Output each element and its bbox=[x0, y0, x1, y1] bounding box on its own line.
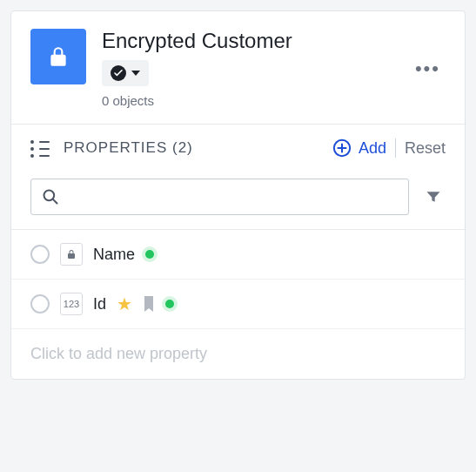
search-icon bbox=[42, 188, 59, 206]
vertical-divider bbox=[395, 138, 396, 158]
property-row[interactable]: Name bbox=[11, 230, 465, 280]
add-property-button[interactable]: Add bbox=[332, 138, 386, 158]
add-new-property-row[interactable]: Click to add new property bbox=[11, 329, 465, 379]
plus-circle-icon bbox=[332, 138, 352, 158]
lock-icon bbox=[66, 248, 77, 260]
object-icon bbox=[30, 29, 86, 84]
status-dropdown[interactable] bbox=[102, 60, 149, 86]
select-radio[interactable] bbox=[30, 245, 50, 264]
type-badge-lock bbox=[60, 243, 83, 266]
search-box[interactable] bbox=[30, 179, 409, 215]
object-panel: Encrypted Customer 0 objects ••• PROPERT… bbox=[10, 10, 466, 380]
type-badge-number: 123 bbox=[60, 293, 83, 315]
search-input[interactable] bbox=[68, 189, 398, 205]
property-row[interactable]: 123 Id ★ bbox=[11, 280, 465, 329]
property-name: Name bbox=[93, 246, 135, 264]
svg-line-2 bbox=[53, 199, 57, 204]
list-icon bbox=[30, 140, 50, 156]
object-title: Encrypted Customer bbox=[102, 29, 394, 53]
lock-icon bbox=[47, 45, 70, 68]
status-dot-icon bbox=[165, 300, 174, 308]
reset-button[interactable]: Reset bbox=[405, 139, 446, 158]
property-name: Id bbox=[93, 295, 106, 314]
properties-actions: Add Reset bbox=[332, 138, 446, 158]
header-main: Encrypted Customer 0 objects bbox=[102, 29, 394, 108]
select-radio[interactable] bbox=[30, 294, 50, 314]
filter-button[interactable] bbox=[421, 185, 446, 209]
chevron-down-icon bbox=[131, 71, 140, 76]
object-count: 0 objects bbox=[102, 93, 394, 108]
object-header: Encrypted Customer 0 objects ••• bbox=[11, 11, 465, 125]
properties-section-label: PROPERTIES (2) bbox=[64, 139, 332, 157]
star-icon: ★ bbox=[117, 293, 132, 314]
add-button-label: Add bbox=[359, 139, 386, 158]
properties-section-bar: PROPERTIES (2) Add Reset bbox=[11, 125, 465, 170]
checkmark-badge-icon bbox=[111, 65, 126, 81]
header-status-row bbox=[102, 60, 394, 86]
more-menu-button[interactable]: ••• bbox=[410, 52, 446, 85]
search-row bbox=[11, 170, 465, 230]
filter-icon bbox=[425, 188, 442, 206]
bookmark-icon bbox=[143, 296, 155, 312]
status-dot-icon bbox=[145, 250, 154, 259]
